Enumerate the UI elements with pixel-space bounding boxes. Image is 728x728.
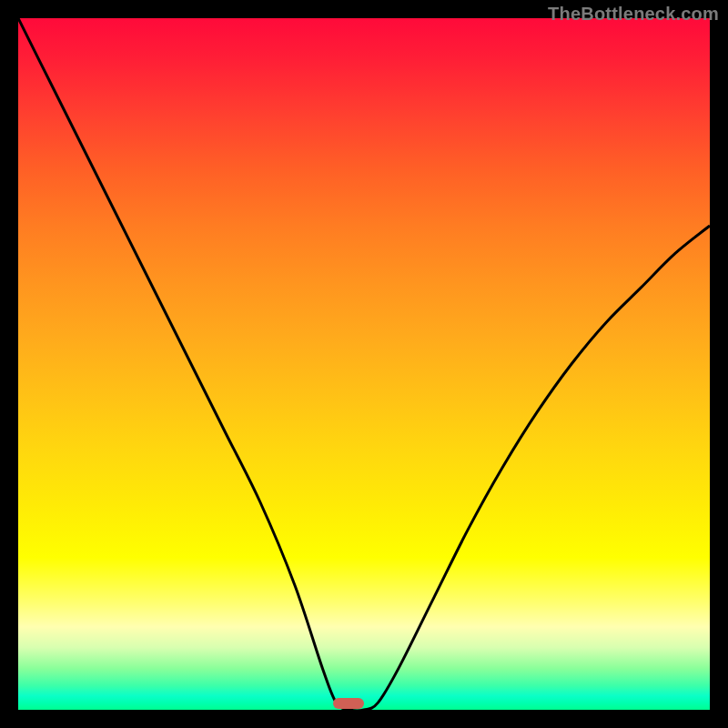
- curve-path: [18, 18, 710, 710]
- watermark-text: TheBottleneck.com: [548, 4, 719, 25]
- plot-area: [18, 18, 710, 710]
- bottleneck-curve: [18, 18, 710, 710]
- chart-stage: { "watermark": "TheBottleneck.com", "col…: [0, 0, 728, 728]
- optimal-marker: [333, 698, 364, 709]
